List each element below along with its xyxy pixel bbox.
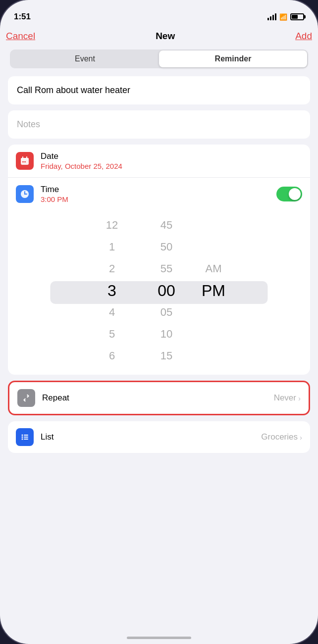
repeat-label: Repeat — [42, 393, 267, 403]
time-value: 3:00 PM — [41, 195, 269, 203]
picker-hour-4[interactable]: 4 — [85, 301, 139, 323]
nav-title: New — [156, 31, 175, 42]
segment-control[interactable]: Event Reminder — [10, 50, 308, 68]
svg-rect-13 — [24, 435, 28, 436]
repeat-card[interactable]: Repeat Never › — [8, 381, 310, 415]
picker-min-05[interactable]: 05 — [139, 301, 194, 323]
datetime-card: Date Friday, October 25, 2024 — [8, 145, 310, 375]
task-title-input[interactable]: Call Rom about water heater — [17, 85, 130, 95]
svg-point-10 — [22, 435, 23, 436]
phone-screen: 1:51 📶 Cancel New Add — [0, 0, 318, 644]
date-value: Friday, October 25, 2024 — [41, 162, 302, 170]
picker-period-am-top[interactable] — [194, 214, 233, 258]
repeat-value-text: Never — [274, 393, 296, 403]
task-title-card[interactable]: Call Rom about water heater — [8, 76, 310, 104]
svg-rect-14 — [24, 437, 28, 438]
picker-minute-column[interactable]: 45 50 55 00 05 10 15 — [139, 214, 194, 367]
repeat-value: Never › — [274, 393, 301, 403]
picker-min-00[interactable]: 00 — [139, 280, 194, 301]
repeat-row[interactable]: Repeat Never › — [9, 382, 309, 414]
picker-min-50[interactable]: 50 — [139, 236, 194, 258]
time-picker[interactable]: 12 1 2 3 4 5 6 45 50 55 — [8, 210, 310, 375]
picker-min-55[interactable]: 55 — [139, 258, 194, 280]
repeat-chevron: › — [298, 394, 301, 402]
picker-min-15[interactable]: 15 — [139, 345, 194, 367]
list-card[interactable]: List Groceries › — [8, 421, 310, 453]
notes-card[interactable]: Notes — [8, 110, 310, 139]
picker-period-am[interactable]: AM — [194, 258, 233, 280]
picker-min-10[interactable]: 10 — [139, 323, 194, 345]
picker-columns-wrapper: 12 1 2 3 4 5 6 45 50 55 — [8, 214, 310, 367]
nav-bar: Cancel New Add — [0, 27, 318, 48]
svg-rect-1 — [21, 158, 29, 160]
time-label: Time — [41, 185, 269, 195]
list-value-text: Groceries — [261, 432, 298, 442]
picker-hour-12[interactable]: 12 — [85, 214, 139, 236]
picker-hour-column[interactable]: 12 1 2 3 4 5 6 — [85, 214, 139, 367]
date-icon — [16, 152, 34, 170]
list-value: Groceries › — [261, 432, 302, 442]
time-toggle[interactable] — [276, 187, 302, 201]
list-chevron: › — [300, 433, 302, 442]
status-icons: 📶 — [267, 13, 304, 21]
time-row[interactable]: Time 3:00 PM — [8, 177, 310, 210]
date-label: Date — [41, 151, 302, 161]
picker-hour-3[interactable]: 3 — [85, 280, 139, 301]
picker-period-column[interactable]: AM PM — [194, 214, 233, 367]
signal-icon — [267, 13, 276, 20]
segment-event[interactable]: Event — [11, 50, 159, 67]
add-button[interactable]: Add — [295, 31, 312, 42]
wifi-icon: 📶 — [279, 13, 287, 21]
svg-point-12 — [22, 439, 23, 440]
status-bar: 1:51 📶 — [0, 0, 318, 27]
svg-rect-5 — [24, 161, 26, 162]
picker-hour-2[interactable]: 2 — [85, 258, 139, 280]
picker-period-pm[interactable]: PM — [194, 280, 233, 301]
date-info: Date Friday, October 25, 2024 — [41, 151, 302, 170]
time-info: Time 3:00 PM — [41, 185, 269, 203]
svg-rect-4 — [22, 161, 24, 162]
picker-period-bottom — [194, 301, 233, 345]
segment-reminder[interactable]: Reminder — [159, 50, 307, 67]
notes-input[interactable]: Notes — [17, 119, 40, 129]
list-row[interactable]: List Groceries › — [8, 421, 310, 453]
list-icon — [16, 428, 34, 446]
status-time: 1:51 — [14, 12, 31, 22]
svg-point-9 — [24, 194, 25, 195]
home-indicator — [127, 637, 191, 639]
picker-hour-6[interactable]: 6 — [85, 345, 139, 367]
svg-point-11 — [22, 437, 23, 438]
picker-hour-5[interactable]: 5 — [85, 323, 139, 345]
svg-rect-2 — [22, 156, 23, 159]
date-row[interactable]: Date Friday, October 25, 2024 — [8, 145, 310, 177]
battery-icon — [290, 13, 304, 20]
list-label: List — [41, 432, 254, 442]
cancel-button[interactable]: Cancel — [6, 31, 35, 42]
time-icon — [16, 185, 34, 203]
phone-frame: 1:51 📶 Cancel New Add — [0, 0, 318, 644]
picker-min-45[interactable]: 45 — [139, 214, 194, 236]
picker-hour-1[interactable]: 1 — [85, 236, 139, 258]
svg-rect-15 — [24, 439, 28, 440]
toggle-knob — [289, 188, 301, 200]
repeat-icon — [17, 389, 35, 407]
svg-rect-3 — [26, 156, 27, 159]
